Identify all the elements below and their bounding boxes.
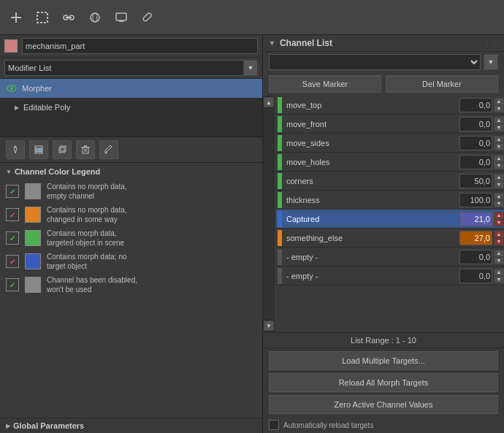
rect-select-icon[interactable]	[32, 7, 53, 28]
channel-name-5[interactable]: thickness	[283, 196, 458, 204]
stack-icon[interactable]	[29, 140, 48, 159]
channel-indicator-3	[278, 154, 282, 170]
legend-expand-arrow[interactable]: ▼	[6, 169, 12, 175]
modifier-dropdown[interactable]: Modifier List	[4, 60, 244, 76]
spin-up-4[interactable]: ▲	[494, 174, 504, 181]
channel-value-1[interactable]	[459, 117, 492, 131]
spin-down-2[interactable]: ▼	[494, 143, 504, 150]
resize-handle[interactable]: ⋮⋮	[484, 39, 498, 47]
spin-up-1[interactable]: ▲	[494, 117, 504, 124]
monitor-icon[interactable]	[111, 7, 131, 28]
auto-reload-label: Automatically reload targets	[283, 421, 373, 429]
channel-name-3[interactable]: move_holes	[283, 158, 458, 166]
save-marker-button[interactable]: Save Marker	[269, 75, 381, 93]
spin-up-9[interactable]: ▲	[494, 269, 504, 276]
channel-name-9[interactable]: - empty -	[283, 272, 458, 280]
legend-swatch-2	[25, 230, 41, 246]
legend-swatch-1	[25, 207, 41, 223]
spin-btns-8: ▲ ▼	[494, 250, 504, 264]
channel-name-1[interactable]: move_front	[283, 120, 458, 129]
edit-icon[interactable]	[99, 140, 118, 159]
channel-name-4[interactable]: corners	[283, 177, 458, 185]
spin-up-5[interactable]: ▲	[494, 193, 504, 200]
svg-rect-5	[66, 17, 72, 18]
spin-up-7[interactable]: ▲	[494, 231, 504, 238]
legend-check-1[interactable]: ✔	[6, 208, 19, 221]
spin-down-3[interactable]: ▼	[494, 162, 504, 169]
scroll-track[interactable]	[264, 109, 273, 319]
spin-up-2[interactable]: ▲	[494, 136, 504, 143]
legend-check-3[interactable]: ✔	[6, 255, 19, 268]
legend-check-4[interactable]: ✔	[6, 278, 19, 291]
channel-value-0[interactable]	[459, 98, 492, 112]
channel-value-9[interactable]	[459, 269, 492, 283]
load-multiple-button[interactable]: Load Multiple Targets...	[269, 351, 498, 370]
spin-down-7[interactable]: ▼	[494, 238, 504, 245]
legend-text-3: Contains morph data; notarget object	[47, 252, 127, 271]
legend-swatch-0	[25, 183, 41, 199]
delete-icon[interactable]	[76, 140, 95, 159]
spin-up-3[interactable]: ▲	[494, 155, 504, 162]
channel-value-8[interactable]	[459, 250, 492, 264]
reload-all-button[interactable]: Reload All Morph Targets	[269, 373, 498, 392]
legend-check-0[interactable]: ✔	[6, 185, 19, 198]
channel-value-4[interactable]	[459, 174, 492, 188]
legend-item-2: ✔ Contains morph data,targeted object in…	[6, 229, 256, 248]
channel-name-7[interactable]: something_else	[283, 234, 458, 242]
channel-dropdown-arrow[interactable]: ▼	[484, 54, 498, 70]
channel-value-5[interactable]	[459, 193, 492, 207]
spin-up-0[interactable]: ▲	[494, 98, 504, 105]
channel-list-expand-arrow[interactable]: ▼	[269, 39, 275, 47]
channel-indicator-4	[278, 173, 282, 189]
sphere-icon[interactable]	[85, 7, 105, 28]
channel-value-7[interactable]	[459, 231, 492, 245]
link-icon[interactable]	[58, 7, 79, 28]
global-params-arrow[interactable]: ▶	[6, 423, 10, 429]
legend-item-1: ✔ Contains no morph data,changed in some…	[6, 205, 256, 224]
pin-icon[interactable]	[6, 140, 25, 159]
spin-down-0[interactable]: ▼	[494, 105, 504, 112]
main-layout: Modifier List ▼ Morpher ▶ Editable Poly	[0, 35, 504, 433]
legend-check-2[interactable]: ✔	[6, 231, 19, 245]
global-params-title: Global Parameters	[13, 421, 84, 430]
spin-up-6[interactable]: ▲	[494, 212, 504, 219]
spin-up-8[interactable]: ▲	[494, 250, 504, 257]
channel-dropdown-bar: ▼	[263, 52, 504, 72]
del-marker-button[interactable]: Del Marker	[386, 75, 498, 93]
channel-select[interactable]	[269, 54, 481, 70]
table-row: Captured ▲ ▼	[276, 210, 504, 229]
spin-down-5[interactable]: ▼	[494, 200, 504, 207]
auto-reload-checkbox[interactable]	[269, 420, 279, 430]
zero-active-button[interactable]: Zero Active Channel Values	[269, 395, 498, 414]
scroll-up-btn[interactable]: ▲	[264, 97, 274, 107]
channel-value-6[interactable]	[459, 212, 492, 226]
plus-icon[interactable]	[6, 7, 26, 28]
modifier-item-morpher[interactable]: Morpher	[0, 79, 262, 98]
eye-icon[interactable]	[6, 83, 18, 94]
scroll-down-btn[interactable]: ▼	[264, 321, 274, 331]
object-name-input[interactable]	[22, 38, 258, 54]
channel-name-6[interactable]: Captured	[283, 215, 458, 223]
spin-down-4[interactable]: ▼	[494, 181, 504, 188]
object-color-swatch[interactable]	[4, 39, 18, 53]
channel-name-8[interactable]: - empty -	[283, 253, 458, 261]
modifier-item-editable-poly[interactable]: ▶ Editable Poly	[0, 98, 262, 117]
spin-down-8[interactable]: ▼	[494, 257, 504, 264]
legend-swatch-3	[25, 253, 41, 269]
table-row: thickness ▲ ▼	[276, 191, 504, 210]
legend-text-0: Contains no morph data,empty channel	[47, 182, 127, 201]
marker-buttons: Save Marker Del Marker	[263, 72, 504, 96]
copy-icon[interactable]	[53, 140, 72, 159]
channel-value-3[interactable]	[459, 155, 492, 169]
spin-btns-0: ▲ ▼	[494, 98, 504, 112]
channel-name-0[interactable]: move_top	[283, 101, 458, 110]
channel-value-2[interactable]	[459, 136, 492, 150]
svg-rect-15	[35, 152, 42, 153]
channel-scroll-area: ▲ ▼ move_top ▲ ▼ move_	[263, 96, 504, 332]
wrench-icon[interactable]	[137, 7, 158, 28]
modifier-dropdown-arrow[interactable]: ▼	[243, 60, 258, 76]
spin-down-1[interactable]: ▼	[494, 124, 504, 131]
spin-down-9[interactable]: ▼	[494, 276, 504, 283]
channel-name-2[interactable]: move_sides	[283, 139, 458, 147]
spin-down-6[interactable]: ▼	[494, 219, 504, 226]
